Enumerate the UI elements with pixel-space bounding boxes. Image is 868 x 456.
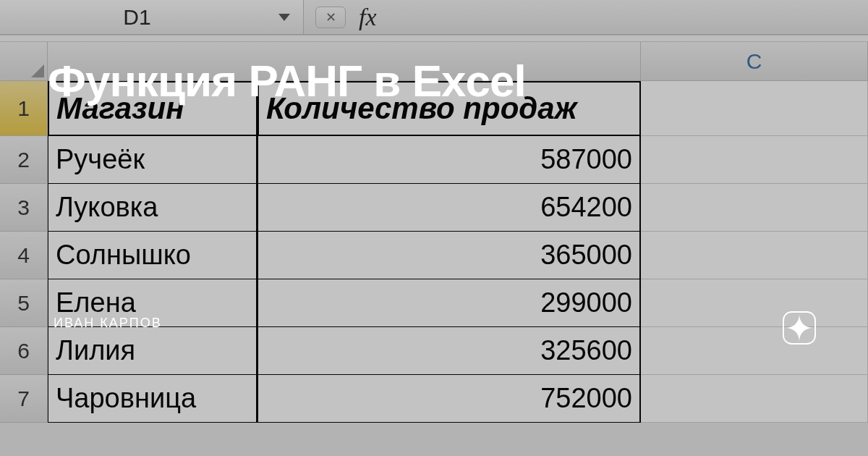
- cell-store[interactable]: Чаровница: [48, 375, 258, 423]
- cell-store[interactable]: Елена: [48, 279, 258, 327]
- cell[interactable]: [641, 279, 868, 327]
- cell-sales[interactable]: 752000: [258, 375, 641, 423]
- cell-sales[interactable]: 365000: [258, 232, 641, 279]
- select-all-corner[interactable]: [0, 42, 48, 81]
- cell[interactable]: [641, 184, 868, 232]
- row-header[interactable]: 2: [0, 136, 48, 184]
- row-header[interactable]: 1: [0, 81, 48, 136]
- cell-store[interactable]: Лилия: [48, 327, 258, 375]
- cell-store[interactable]: Ручеёк: [48, 136, 258, 184]
- cell-sales[interactable]: 299000: [258, 279, 641, 327]
- table-header-store[interactable]: Магазин: [48, 81, 258, 136]
- excel-window: D1 ✕ fx C 1 Магазин Количество продаж 2 …: [0, 0, 868, 456]
- cell[interactable]: [641, 232, 868, 279]
- row-header[interactable]: 3: [0, 184, 48, 232]
- cell-store[interactable]: Солнышко: [48, 232, 258, 279]
- cell-sales[interactable]: 654200: [258, 184, 641, 232]
- cell[interactable]: [641, 81, 868, 136]
- spreadsheet-grid[interactable]: C 1 Магазин Количество продаж 2 Ручеёк 5…: [0, 42, 868, 423]
- cell-store[interactable]: Луковка: [48, 184, 258, 232]
- cell[interactable]: [641, 327, 868, 375]
- name-box-value: D1: [0, 5, 274, 30]
- ribbon-divider: [0, 35, 868, 42]
- column-header-c[interactable]: C: [641, 42, 868, 81]
- row-header[interactable]: 5: [0, 279, 48, 327]
- table-header-sales[interactable]: Количество продаж: [258, 81, 641, 136]
- cancel-formula-button[interactable]: ✕: [315, 7, 346, 28]
- chevron-down-icon[interactable]: [278, 14, 290, 21]
- cell[interactable]: [641, 375, 868, 423]
- formula-bar: D1 ✕ fx: [0, 0, 868, 35]
- row-header[interactable]: 7: [0, 375, 48, 423]
- cell-sales[interactable]: 587000: [258, 136, 641, 184]
- column-header-ab[interactable]: [48, 42, 641, 81]
- cell[interactable]: [641, 136, 868, 184]
- fx-icon[interactable]: fx: [359, 4, 377, 31]
- cell-sales[interactable]: 325600: [258, 327, 641, 375]
- row-header[interactable]: 6: [0, 327, 48, 375]
- row-header[interactable]: 4: [0, 232, 48, 279]
- formula-controls: ✕ fx: [304, 0, 377, 34]
- name-box[interactable]: D1: [0, 0, 304, 34]
